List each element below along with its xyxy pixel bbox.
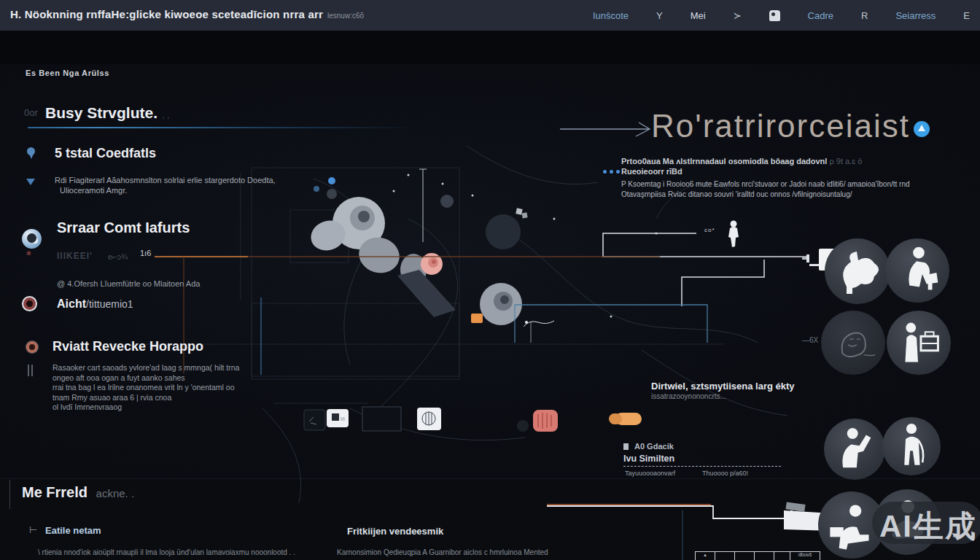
feature1-desc2: Ulioceramoti Amgr. xyxy=(60,186,127,195)
feature4-p1: Rasaoker cart saoads yvlore'ad laag s mm… xyxy=(52,363,293,373)
eyebrow-label: Es Been Nga Arülss xyxy=(26,69,109,77)
feature4-title: Rviatt Revecke Horappo xyxy=(52,339,203,354)
app-window: H. Nöoknning rnffaHe:glicke kiwoeoe scet… xyxy=(0,0,980,560)
hero-title: Busy Strvglute. , , xyxy=(45,104,170,122)
ai-watermark: AI生成 xyxy=(879,506,977,547)
ghost-icon[interactable] xyxy=(769,10,780,21)
card-divider xyxy=(623,466,781,467)
feature2-note: @ 4.Ofersh Lîuemfütrle oo Mlaitoen Ada xyxy=(57,279,200,288)
badge-standing-person xyxy=(882,417,941,475)
map-pin-icon xyxy=(27,147,35,155)
nav-item-mei[interactable]: Mei xyxy=(691,10,706,21)
metric-label1: IIIΚΕΕΙ' xyxy=(57,251,93,261)
star-icon: * xyxy=(26,249,31,263)
feature4-p2: ongeo aft ooa ogan a fuyt aanko sahes xyxy=(52,373,293,384)
nav-item-iunscote[interactable]: Iunŝcote xyxy=(593,10,629,21)
badge-person-grill xyxy=(887,311,951,375)
intro-block: Prtoo0aua Ma ʌlstlrnnadaul osomiodla bôa… xyxy=(621,157,928,198)
feature4-p5: ol lvdī Imrnenvraaog xyxy=(52,402,293,413)
intro-line1-tail: ρ 9t a.ɛ ö xyxy=(829,157,862,166)
play-badge-icon xyxy=(914,121,930,137)
cell[interactable] xyxy=(774,551,790,560)
feature2-title: Srraar Comt Iafurts xyxy=(57,219,190,236)
footer-col2-link[interactable]: Fritkiijen vendeesmik xyxy=(347,526,443,537)
card-foot1: Tayuuoooaonvarf xyxy=(625,470,675,477)
orange-blob-icon xyxy=(615,413,642,425)
card-foot2: Thuoooo p/a60! xyxy=(702,470,748,477)
ring-icon-red xyxy=(26,341,38,353)
intro-line3: P Ksoemtag i Rooioo6 mute Eawfols nrci's… xyxy=(621,180,928,188)
card-name[interactable]: Ivu Similten xyxy=(623,454,674,464)
globe-orb-icon[interactable] xyxy=(22,229,42,249)
cell[interactable] xyxy=(715,551,734,560)
intro-line1: Prtoo0aua Ma ʌlstlrnnadaul osomiodla bôa… xyxy=(621,157,827,166)
footer-tick xyxy=(9,480,10,509)
ellipsis-icon xyxy=(603,163,623,176)
footer-heading-tail: ackne. . xyxy=(96,487,135,499)
footer-heading: Me Frreld ackne. . xyxy=(22,484,134,501)
card-tag: A0 Gdacik xyxy=(634,442,674,451)
footer-col1-link[interactable]: Eatile netam xyxy=(45,525,101,536)
r-icon[interactable]: R xyxy=(861,10,868,21)
feature4-p4: tnam Rmy asuao araa 6 | rvia cnoa xyxy=(52,393,293,403)
callout-sub: issatrazooynononcrts... xyxy=(651,392,726,400)
window-title: H. Nöoknning rnffaHe:glicke kiwoeoe scet… xyxy=(10,8,364,20)
filter-icon[interactable]: Y xyxy=(656,10,663,21)
diagram-person-label: co* xyxy=(704,227,715,233)
cell[interactable] xyxy=(754,551,774,560)
footer-col1-glyph-icon: ⊢ xyxy=(29,524,37,535)
triangle-down-icon[interactable] xyxy=(26,179,35,185)
double-bar-icon xyxy=(28,365,29,376)
scale-label: —6X xyxy=(802,336,818,344)
hero-title-tail: , , xyxy=(162,109,170,120)
footer-col1-text: \ rtienia nnod'iok aioüplt rnaupli il lm… xyxy=(38,548,295,556)
e-icon[interactable]: E xyxy=(963,10,970,21)
badge-face-sketch xyxy=(821,311,885,375)
bullet-square-icon xyxy=(623,443,629,450)
cell-label[interactable]: dbuvš xyxy=(790,551,820,560)
top-nav-menu: Iunŝcote Y Mei ≻ Cadre R Seiarress E xyxy=(593,0,970,31)
intro-line2: Rueoieoorr rīBd xyxy=(621,167,928,176)
badge-wing-figure xyxy=(825,238,890,304)
feature4-paragraph: Rasaoker cart saoads yvlore'ad laag s mm… xyxy=(52,363,293,413)
badge-bending-person xyxy=(885,238,949,303)
feature3-title: Aicht/tittuemio1 xyxy=(57,298,133,311)
big-heading: Ro'ratrirorceiaist xyxy=(651,108,910,144)
feature3-title2: /tittuemio1 xyxy=(86,298,133,310)
intro-line4: Otavaşrnpiisa Rviəc ditanəo souvri 'iral… xyxy=(621,190,928,198)
cell[interactable] xyxy=(734,551,754,560)
top-navigation-bar: H. Nöoknning rnffaHe:glicke kiwoeoe scet… xyxy=(0,0,980,31)
bottom-cell-strip: ▴ dbuvš xyxy=(695,551,820,560)
hero-underline xyxy=(28,127,408,128)
nav-item-cadre[interactable]: Cadre xyxy=(808,10,833,21)
arrow-icon[interactable]: ≻ xyxy=(734,10,742,21)
cell-glyph[interactable]: ▴ xyxy=(695,551,715,560)
callout-title: Dirtwiel, sztsmytiisena larg ékty xyxy=(651,381,795,392)
nav-item-seiarress[interactable]: Seiarress xyxy=(895,10,936,21)
title-suffix: lesnuw:c6ŏ xyxy=(327,12,364,20)
badge-gesturing-person xyxy=(824,419,885,480)
feature1-title: 5 tstal Coedfatls xyxy=(55,146,156,161)
ring-icon-dark xyxy=(23,298,36,310)
footer-col2-text: Karnonsimion Qedieuqpia A Guarnibor aicl… xyxy=(337,548,548,556)
metric-label2: e⌐ɔ¾ xyxy=(108,252,128,261)
metric-value: 1ı6 xyxy=(140,249,151,257)
feature1-desc1: Rdi Fiagiterarl Aăahosmnslton solrlai er… xyxy=(55,176,276,184)
feature4-p3: rrai tna bag l ea lrilne onanomea vrit l… xyxy=(52,383,293,393)
hero-pre-label: 0or xyxy=(24,107,38,118)
